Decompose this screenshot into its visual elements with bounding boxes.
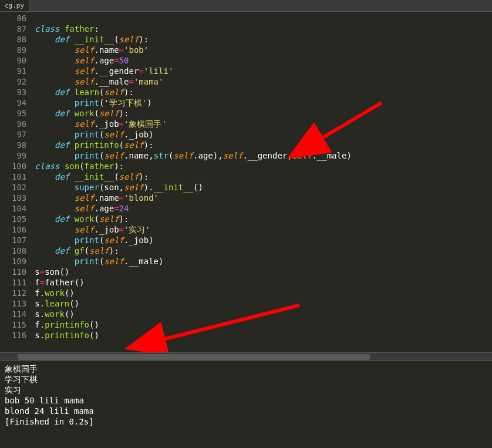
output-line: blond 24 lili mama [5, 406, 487, 416]
line-number: 91 [12, 66, 26, 76]
line-number: 106 [12, 224, 26, 235]
code-line[interactable] [35, 13, 492, 23]
line-number: 101 [12, 171, 26, 182]
code-line[interactable]: print(self._job) [35, 129, 492, 140]
code-line[interactable]: self._job='象棋国手' [35, 119, 492, 129]
line-number: 90 [12, 55, 26, 66]
code-line[interactable]: class son(father): [35, 161, 492, 171]
code-line[interactable]: class father: [35, 23, 492, 34]
code-line[interactable]: self.__male='mama' [35, 76, 492, 87]
line-number: 105 [12, 214, 26, 224]
code-line[interactable]: def printinfo(self): [35, 140, 492, 150]
code-line[interactable]: f.printinfo() [35, 319, 492, 330]
code-line[interactable]: f=father() [35, 277, 492, 288]
line-number: 114 [12, 309, 26, 319]
line-number: 103 [12, 193, 26, 203]
code-line[interactable]: self.age=24 [35, 203, 492, 214]
line-number: 97 [12, 129, 26, 140]
line-number: 104 [12, 203, 26, 214]
code-line[interactable]: print(self.name,str(self.age),self.__gen… [35, 150, 492, 161]
line-number: 87 [12, 23, 26, 34]
build-output-panel[interactable]: 象棋国手学习下棋实习bob 50 lili mamablond 24 lili … [0, 361, 492, 448]
code-line[interactable]: def work(self): [35, 108, 492, 119]
scrollbar-thumb[interactable] [18, 354, 370, 360]
code-line[interactable]: def learn(self): [35, 87, 492, 97]
code-line[interactable]: self.name='bob' [35, 45, 492, 55]
line-number: 93 [12, 87, 26, 97]
line-number: 102 [12, 182, 26, 193]
line-number: 110 [12, 267, 26, 277]
line-number: 89 [12, 45, 26, 55]
code-line[interactable]: self._job='实习' [35, 224, 492, 235]
line-number-gutter: 8687888990919293949596979899100101102103… [0, 12, 32, 352]
code-line[interactable]: s=son() [35, 267, 492, 277]
output-line: bob 50 lili mama [5, 395, 487, 406]
horizontal-scrollbar[interactable] [0, 352, 492, 361]
code-line[interactable]: def __init__(self): [35, 34, 492, 45]
code-line[interactable]: def work(self): [35, 214, 492, 224]
code-line[interactable]: self.name='blond' [35, 193, 492, 203]
code-area[interactable]: class father: def __init__(self): self.n… [32, 12, 492, 352]
line-number: 111 [12, 277, 26, 288]
line-number: 92 [12, 76, 26, 87]
line-number: 86 [12, 13, 26, 23]
output-line: [Finished in 0.2s] [5, 416, 487, 427]
line-number: 113 [12, 298, 26, 309]
line-number: 96 [12, 119, 26, 129]
output-line: 实习 [5, 385, 487, 395]
line-number: 115 [12, 319, 26, 330]
code-line[interactable]: def gf(self): [35, 245, 492, 256]
file-tab-label: cg.py [5, 2, 24, 9]
code-line[interactable]: f.work() [35, 288, 492, 298]
line-number: 100 [12, 161, 26, 171]
output-line: 学习下棋 [5, 374, 487, 385]
file-tab[interactable]: cg.py [0, 0, 29, 11]
tab-bar: cg.py [0, 0, 492, 12]
code-line[interactable]: def __init__(self): [35, 171, 492, 182]
code-line[interactable]: s.work() [35, 309, 492, 319]
line-number: 107 [12, 235, 26, 245]
output-line: 象棋国手 [5, 363, 487, 374]
code-line[interactable]: self.age=50 [35, 55, 492, 66]
line-number: 88 [12, 34, 26, 45]
line-number: 98 [12, 140, 26, 150]
code-line[interactable]: print(self._job) [35, 235, 492, 245]
line-number: 99 [12, 150, 26, 161]
line-number: 112 [12, 288, 26, 298]
code-line[interactable]: self.__gender='lili' [35, 66, 492, 76]
code-line[interactable]: s.printinfo() [35, 330, 492, 341]
line-number: 116 [12, 330, 26, 341]
code-line[interactable]: print(self.__male) [35, 256, 492, 267]
line-number: 108 [12, 245, 26, 256]
line-number: 94 [12, 97, 26, 108]
code-editor[interactable]: 8687888990919293949596979899100101102103… [0, 12, 492, 352]
line-number: 95 [12, 108, 26, 119]
code-line[interactable]: super(son,self).__init__() [35, 182, 492, 193]
line-number: 109 [12, 256, 26, 267]
code-line[interactable]: s.learn() [35, 298, 492, 309]
code-line[interactable]: print('学习下棋') [35, 97, 492, 108]
